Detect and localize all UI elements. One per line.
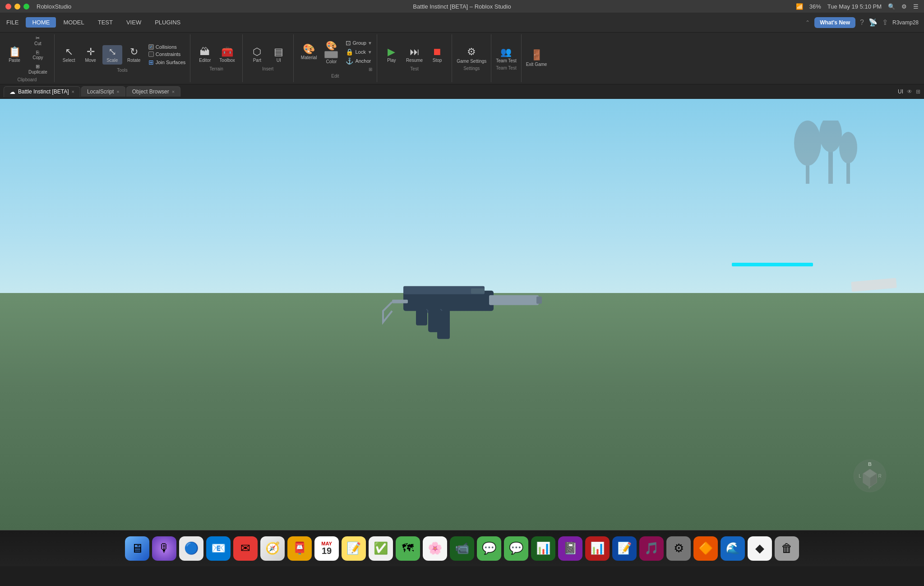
menu-plugins[interactable]: PLUGINS — [148, 17, 187, 28]
expand-icon[interactable]: ⌃ — [805, 19, 810, 26]
dock-siri[interactable]: 🎙 — [152, 536, 176, 561]
dock-safari[interactable]: 🧭 — [260, 536, 285, 561]
share-icon[interactable]: ⇪ — [882, 18, 888, 27]
editor-button[interactable]: 🏔 Editor — [195, 45, 215, 65]
dock-chrome[interactable]: 🔵 — [179, 536, 203, 561]
whats-new-button[interactable]: What's New — [814, 17, 855, 28]
maximize-button[interactable] — [23, 4, 29, 9]
tab-localscript[interactable]: LocalScript × — [81, 86, 125, 97]
exit-game-button[interactable]: 🚪 Exit Game — [526, 49, 547, 67]
dock-outlook[interactable]: 📧 — [206, 536, 231, 561]
constraints-checkbox[interactable]: . Constraints — [148, 51, 186, 57]
join-surfaces-button[interactable]: ⊞ Join Surfaces — [148, 59, 186, 66]
tab-localscript-close[interactable]: × — [116, 89, 119, 94]
dock-music[interactable]: 🎵 — [639, 536, 664, 561]
move-button[interactable]: ✛ Move — [81, 45, 101, 65]
scale-button[interactable]: ⤡ Scale — [102, 45, 122, 65]
minimize-button[interactable] — [14, 4, 20, 9]
menu-view[interactable]: VIEW — [120, 17, 148, 28]
game-settings-button[interactable]: ⚙ Game Settings — [457, 46, 486, 64]
terrain-label: Terrain — [209, 66, 223, 71]
dock-facetime[interactable]: 📹 — [450, 536, 474, 561]
menu-model[interactable]: MODEL — [57, 17, 90, 28]
dock-imessage2[interactable]: 💬 — [504, 536, 528, 561]
tab-bar: ☁ Battle Instinct [BETA] × LocalScript ×… — [0, 84, 924, 99]
select-icon: ↖ — [65, 47, 73, 57]
edit-label: Edit — [331, 74, 339, 79]
edit-expand-icon[interactable]: ⊞ — [369, 67, 372, 72]
material-button[interactable]: 🎨 Material — [298, 42, 320, 62]
traffic-lights[interactable] — [5, 4, 29, 9]
ui-button[interactable]: ▤ UI — [269, 45, 289, 65]
dock-maps[interactable]: 🗺 — [396, 536, 420, 561]
dock-photos[interactable]: 🌸 — [423, 536, 447, 561]
group-button[interactable]: ⊡ Group ▼ — [346, 39, 372, 47]
dock-powerpoint[interactable]: 📊 — [585, 536, 610, 561]
part-icon: ⬡ — [253, 47, 261, 57]
tools-row: ↖ Select ✛ Move ⤡ Scale ↻ Rotate ✓ — [59, 44, 186, 66]
control-center-icon[interactable]: ⚙ — [901, 3, 907, 10]
selection-highlight — [732, 263, 813, 266]
main-content: FILE HOME MODEL TEST VIEW PLUGINS ⌃ What… — [0, 13, 924, 566]
game-settings-icon: ⚙ — [467, 46, 476, 58]
part-button[interactable]: ⬡ Part — [247, 45, 267, 65]
menu-home[interactable]: HOME — [26, 17, 56, 28]
dock-roblox[interactable]: ◆ — [748, 536, 772, 561]
viewport[interactable]: B R L F — [0, 99, 924, 530]
stop-button[interactable]: ⏹ Stop — [427, 45, 447, 65]
duplicate-button[interactable]: ⊞ Duplicate — [26, 63, 50, 75]
select-button[interactable]: ↖ Select — [59, 45, 79, 65]
svg-rect-7 — [489, 295, 539, 305]
tab-object-browser-close[interactable]: × — [172, 89, 175, 94]
copy-button[interactable]: ⎘ Copy — [26, 49, 50, 61]
dock-notes[interactable]: 📝 — [342, 536, 366, 561]
tab-battle-instinct[interactable]: ☁ Battle Instinct [BETA] × — [4, 86, 80, 97]
help-icon[interactable]: ? — [860, 19, 864, 27]
clock: Tue May 19 5:10 PM — [827, 3, 882, 10]
dock-excel[interactable]: 📊 — [531, 536, 555, 561]
tools-label: Tools — [117, 68, 127, 73]
cut-button[interactable]: ✂ Cut — [26, 34, 50, 47]
collisions-checkbox[interactable]: ✓ Collisions — [148, 44, 186, 50]
menu-file[interactable]: FILE — [0, 17, 25, 28]
dock-reminders[interactable]: ✅ — [369, 536, 393, 561]
toolbox-button[interactable]: 🧰 Toolbox — [217, 45, 237, 65]
color-button[interactable]: 🎨 Color — [321, 38, 341, 66]
menu-icon[interactable]: ☰ — [913, 3, 919, 10]
terrain-section: 🏔 Editor 🧰 Toolbox Terrain — [190, 34, 242, 82]
lock-button[interactable]: 🔒 Lock ▼ — [346, 48, 372, 56]
svg-point-5 — [839, 132, 857, 163]
tab-object-browser-label: Object Browser — [132, 88, 169, 95]
tab-object-browser[interactable]: Object Browser × — [126, 86, 180, 97]
paste-button[interactable]: 📋 Paste — [5, 45, 24, 65]
team-test-icon: 👥 — [500, 47, 512, 57]
dock-messages[interactable]: 💬 — [477, 536, 501, 561]
tab-battle-instinct-close[interactable]: × — [72, 89, 74, 94]
dock-calendar[interactable]: MAY 19 — [314, 536, 339, 561]
dock-finder[interactable]: 🖥 — [125, 536, 149, 561]
exit-game-section: 🚪 Exit Game — [522, 34, 552, 82]
dock-blender[interactable]: 🔶 — [693, 536, 718, 561]
close-button[interactable] — [5, 4, 11, 9]
svg-rect-12 — [536, 296, 542, 303]
dock-mail[interactable]: 📮 — [287, 536, 312, 561]
broadcast-icon[interactable]: 📡 — [869, 18, 878, 27]
play-button[interactable]: ▶ Play — [382, 45, 402, 65]
dock-word[interactable]: 📝 — [612, 536, 637, 561]
dock-system-prefs[interactable]: ⚙ — [666, 536, 691, 561]
move-icon: ✛ — [87, 47, 95, 57]
dock-edge[interactable]: 🌊 — [721, 536, 745, 561]
dock-trash[interactable]: 🗑 — [775, 536, 799, 561]
menu-test[interactable]: TEST — [92, 17, 119, 28]
rotate-button[interactable]: ↻ Rotate — [124, 45, 144, 65]
dock-gmail[interactable]: ✉ — [233, 536, 258, 561]
team-test-button[interactable]: 👥 Team Test — [496, 47, 516, 64]
search-icon[interactable]: 🔍 — [888, 3, 895, 10]
viewport-eye-icon[interactable]: 👁 — [907, 88, 912, 95]
anchor-button[interactable]: ⚓ Anchor — [346, 57, 372, 65]
ui-toggle-label[interactable]: UI — [898, 88, 903, 95]
resume-button[interactable]: ⏭ Resume — [403, 45, 425, 65]
svg-rect-11 — [428, 309, 442, 332]
viewport-layout-icon[interactable]: ⊞ — [916, 88, 920, 95]
dock-onenote[interactable]: 📓 — [558, 536, 582, 561]
